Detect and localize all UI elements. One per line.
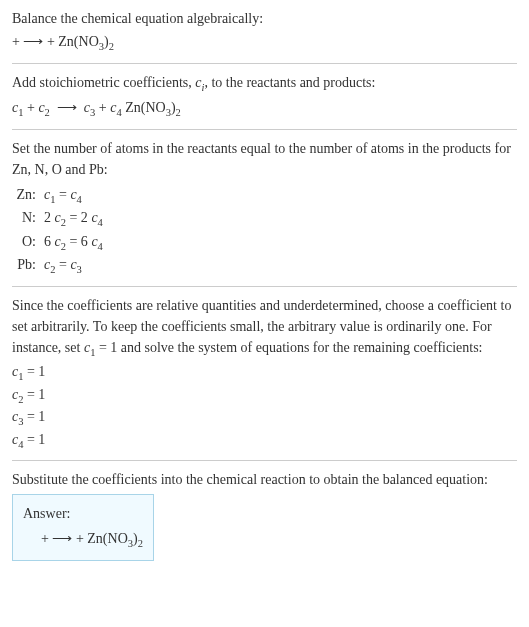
sub-b: 4 xyxy=(98,217,103,228)
coeff-row: c2 = 1 xyxy=(12,385,517,407)
answer-equation: + ⟶ + Zn(NO3)2 xyxy=(23,528,143,552)
step4-section: Since the coefficients are relative quan… xyxy=(12,295,517,452)
step4-heading-suffix: = 1 and solve the system of equations fo… xyxy=(95,340,482,355)
eq-right-prefix: + xyxy=(76,531,87,546)
eq-sign: = xyxy=(55,257,70,272)
coeff-row: c4 = 1 xyxy=(12,430,517,452)
coeff-val: = 1 xyxy=(23,432,45,447)
atom-row-o: O: 6 c2 = 6 c4 xyxy=(12,231,517,255)
arrow-icon: ⟶ xyxy=(57,99,77,115)
compound-sub2: 2 xyxy=(109,41,114,52)
atom-equation: c1 = c4 xyxy=(44,184,517,208)
atom-row-n: N: 2 c2 = 2 c4 xyxy=(12,207,517,231)
step1-section: Balance the chemical equation algebraica… xyxy=(12,8,517,55)
atom-equation: 6 c2 = 6 c4 xyxy=(44,231,517,255)
step3-heading: Set the number of atoms in the reactants… xyxy=(12,138,517,180)
sub-b: 4 xyxy=(98,241,103,252)
compound-text: Zn(NO xyxy=(122,100,166,115)
step5-section: Substitute the coefficients into the che… xyxy=(12,469,517,561)
atom-label: Pb: xyxy=(12,254,44,275)
step2-equation: c1 + c2 ⟶ c3 + c4 Zn(NO3)2 xyxy=(12,97,517,121)
atom-label: Zn: xyxy=(12,184,44,205)
coeff-val: = 1 xyxy=(23,387,45,402)
eq-right-prefix: + xyxy=(47,34,58,49)
answer-box: Answer: + ⟶ + Zn(NO3)2 xyxy=(12,494,154,561)
step5-heading: Substitute the coefficients into the che… xyxy=(12,469,517,490)
plus1: + xyxy=(23,100,38,115)
compound-sub2: 2 xyxy=(138,538,143,549)
coeff-val: = 1 xyxy=(23,409,45,424)
sub-b: 4 xyxy=(77,193,82,204)
coeff-row: c1 = 1 xyxy=(12,362,517,384)
sub-b: 3 xyxy=(77,264,82,275)
compound-sub2: 2 xyxy=(176,107,181,118)
divider xyxy=(12,286,517,287)
divider xyxy=(12,129,517,130)
prefix-a: 6 xyxy=(44,234,55,249)
answer-label: Answer: xyxy=(23,503,143,524)
step3-section: Set the number of atoms in the reactants… xyxy=(12,138,517,278)
step2-heading: Add stoichiometric coefficients, ci, to … xyxy=(12,72,517,96)
eq-sign: = 2 xyxy=(66,210,91,225)
eq-sign: = xyxy=(55,187,70,202)
step1-equation: + ⟶ + Zn(NO3)2 xyxy=(12,31,517,55)
atom-label: O: xyxy=(12,231,44,252)
divider xyxy=(12,63,517,64)
atom-equation: c2 = c3 xyxy=(44,254,517,278)
eq-left: + xyxy=(41,531,52,546)
step2-section: Add stoichiometric coefficients, ci, to … xyxy=(12,72,517,121)
atom-row-pb: Pb: c2 = c3 xyxy=(12,254,517,278)
atom-label: N: xyxy=(12,207,44,228)
coeff-row: c3 = 1 xyxy=(12,407,517,429)
coefficient-list: c1 = 1 c2 = 1 c3 = 1 c4 = 1 xyxy=(12,362,517,452)
step2-heading-prefix: Add stoichiometric coefficients, xyxy=(12,75,195,90)
atom-row-zn: Zn: c1 = c4 xyxy=(12,184,517,208)
atom-balance-table: Zn: c1 = c4 N: 2 c2 = 2 c4 O: 6 c2 = 6 c… xyxy=(12,184,517,278)
eq-sign: = 6 xyxy=(66,234,91,249)
prefix-a: 2 xyxy=(44,210,55,225)
plus2: + xyxy=(95,100,110,115)
arrow-icon: ⟶ xyxy=(52,530,72,546)
step4-heading: Since the coefficients are relative quan… xyxy=(12,295,517,361)
coeff-val: = 1 xyxy=(23,364,45,379)
compound-text: Zn(NO xyxy=(58,34,98,49)
eq-left: + xyxy=(12,34,23,49)
arrow-icon: ⟶ xyxy=(23,33,43,49)
compound-text: Zn(NO xyxy=(87,531,127,546)
step2-heading-suffix: , to the reactants and products: xyxy=(204,75,375,90)
step1-heading: Balance the chemical equation algebraica… xyxy=(12,8,517,29)
atom-equation: 2 c2 = 2 c4 xyxy=(44,207,517,231)
divider xyxy=(12,460,517,461)
c2-sub: 2 xyxy=(45,107,50,118)
